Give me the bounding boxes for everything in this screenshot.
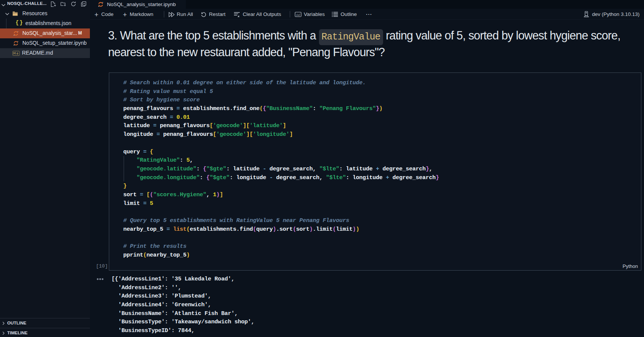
svg-text:(x): (x)	[297, 13, 300, 17]
